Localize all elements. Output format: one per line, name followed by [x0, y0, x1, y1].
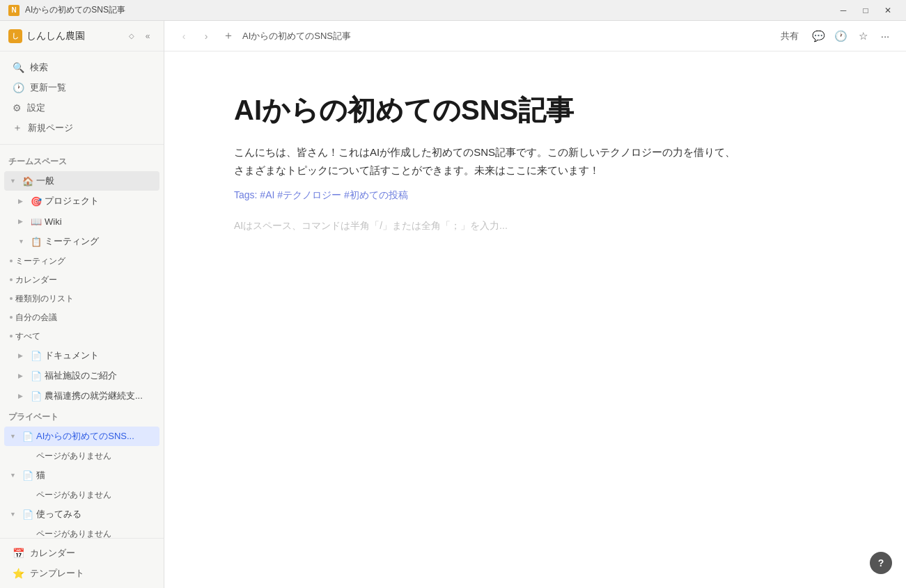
nav-updates-label: 更新一覧 — [30, 81, 66, 94]
window-title: AIからの初めてのSNS記事 — [25, 4, 834, 16]
main-content: ‹ › ＋ AIからの初めてのSNS記事 共有 💬 🕐 ☆ ··· — [164, 21, 906, 588]
search-icon: 🔍 — [13, 62, 24, 73]
more-button[interactable]: ··· — [875, 26, 895, 46]
cat-chevron-icon: ▼ — [10, 472, 19, 479]
calendar-child-label: カレンダー — [15, 274, 57, 286]
private-add-button[interactable]: ＋ — [141, 410, 155, 424]
home-icon: 🏠 — [22, 176, 33, 186]
sidebar-subitem-meetings[interactable]: ミーティング — [4, 252, 159, 270]
agricultural-icon: 📄 — [31, 391, 42, 402]
bullet-icon — [10, 316, 13, 319]
general-more-button[interactable]: ··· — [127, 175, 140, 187]
general-add-button[interactable]: ＋ — [141, 175, 154, 187]
documents-label: ドキュメント — [45, 349, 154, 362]
sidebar-item-wiki[interactable]: ▶ 📖 Wiki — [4, 212, 159, 231]
agricultural-label: 農福連携の就労継続支... — [45, 390, 154, 402]
cat-icon: 📄 — [22, 470, 33, 481]
forward-button[interactable]: › — [198, 28, 214, 45]
teamspace-more-button[interactable]: ··· — [126, 154, 140, 168]
try-chevron-icon: ▼ — [10, 511, 19, 518]
back-button[interactable]: ‹ — [175, 28, 192, 45]
settings-icon: ⚙ — [13, 102, 22, 113]
sidebar-footer: 📅 カレンダー ⭐ テンプレート — [0, 538, 164, 588]
documents-icon: 📄 — [31, 351, 42, 361]
app-icon: N — [8, 5, 19, 16]
bullet-icon — [10, 260, 13, 262]
sidebar-item-try[interactable]: ▼ 📄 使ってみる — [4, 504, 159, 524]
history-button[interactable]: 🕐 — [831, 26, 850, 46]
nav-search-label: 検索 — [30, 61, 48, 74]
share-button[interactable]: 共有 — [774, 26, 806, 46]
workspace-icon: し — [8, 29, 22, 43]
no-pages-label-2: ページがありません — [36, 489, 111, 501]
maximize-button[interactable]: □ — [856, 3, 875, 17]
nav-updates[interactable]: 🕐 更新一覧 — [4, 78, 159, 97]
favorite-button[interactable]: ☆ — [853, 26, 873, 46]
wiki-label: Wiki — [45, 216, 154, 227]
add-page-button[interactable]: ＋ — [220, 28, 237, 45]
sidebar-collapse-button[interactable]: « — [140, 29, 155, 44]
page-title[interactable]: AIからの初めてのSNS記事 — [234, 93, 836, 127]
meetings-label: ミーティング — [45, 235, 154, 248]
footer-templates[interactable]: ⭐ テンプレート — [4, 564, 159, 583]
help-button[interactable]: ? — [870, 552, 892, 574]
documents-chevron-icon: ▶ — [18, 352, 28, 359]
title-bar: N AIからの初めてのSNS記事 ─ □ ✕ — [0, 0, 906, 21]
footer-templates-label: テンプレート — [30, 567, 84, 580]
new-page-icon: ＋ — [13, 122, 22, 134]
nav-search[interactable]: 🔍 検索 — [4, 58, 159, 77]
sns-article-icon: 📄 — [22, 431, 33, 442]
nav-settings-label: 設定 — [27, 102, 45, 114]
star-icon: ☆ — [859, 30, 868, 42]
general-label: 一般 — [36, 175, 125, 187]
sidebar-item-project[interactable]: ▶ 🎯 プロジェクト — [4, 191, 159, 211]
sidebar-item-general[interactable]: ▼ 🏠 一般 ··· ＋ — [4, 171, 159, 191]
sidebar-item-cat[interactable]: ▼ 📄 猫 — [4, 466, 159, 485]
teamspace-label: チームスペース — [8, 156, 126, 168]
workspace-name: しんしん農園 — [26, 30, 126, 42]
sidebar-subitem-calendar[interactable]: カレンダー — [4, 271, 159, 289]
comment-button[interactable]: 💬 — [809, 26, 828, 46]
page-body[interactable]: こんにちは、皆さん！これはAIが作成した初めてのSNS記事です。この新しいテクノ… — [234, 143, 735, 235]
sidebar-item-welfare[interactable]: ▶ 📄 福祉施設のご紹介 — [4, 366, 159, 386]
footer-calendar-label: カレンダー — [30, 547, 75, 559]
project-label: プロジェクト — [45, 195, 154, 207]
sns-chevron-icon: ▼ — [10, 433, 19, 440]
teamspace-section-header[interactable]: チームスペース ··· ＋ — [0, 151, 164, 170]
share-label: 共有 — [781, 30, 799, 42]
workspace-header[interactable]: し しんしん農園 ◇ « — [0, 21, 164, 51]
top-bar-actions: 共有 💬 🕐 ☆ ··· — [774, 26, 895, 46]
sidebar-item-agricultural[interactable]: ▶ 📄 農福連携の就労継続支... — [4, 386, 159, 406]
sns-article-label: AIからの初めてのSNS... — [36, 430, 154, 443]
general-chevron-icon: ▼ — [10, 177, 19, 184]
wiki-chevron-icon: ▶ — [18, 218, 28, 225]
private-section-header[interactable]: プライベート ＋ — [0, 406, 164, 426]
project-icon: 🎯 — [31, 196, 42, 207]
footer-calendar[interactable]: 📅 カレンダー — [4, 543, 159, 563]
project-chevron-icon: ▶ — [18, 198, 28, 205]
breadcrumb: AIからの初めてのSNS記事 — [242, 30, 768, 42]
all-child-label: すべて — [15, 331, 40, 342]
try-no-pages: ページがありません — [4, 525, 159, 538]
editor-placeholder[interactable]: AIはスペース、コマンドは半角「/」または全角「；」を入力... — [234, 218, 735, 235]
close-button[interactable]: ✕ — [878, 3, 898, 17]
sidebar-item-documents[interactable]: ▶ 📄 ドキュメント — [4, 346, 159, 365]
teamspace-add-button[interactable]: ＋ — [141, 154, 155, 168]
sidebar-subitem-types[interactable]: 種類別のリスト — [4, 289, 159, 308]
editor-area[interactable]: AIからの初めてのSNS記事 こんにちは、皆さん！これはAIが作成した初めてのS… — [164, 51, 906, 588]
types-child-label: 種類別のリスト — [15, 293, 74, 305]
sidebar-subitem-all[interactable]: すべて — [4, 327, 159, 345]
sidebar-subitem-my-meetings[interactable]: 自分の会議 — [4, 308, 159, 326]
bullet-icon — [10, 297, 13, 300]
bullet-icon — [10, 335, 13, 337]
app-body: し しんしん農園 ◇ « 🔍 検索 🕐 更新一覧 ⚙ 設定 ＋ 新規ページ — [0, 21, 906, 588]
window-controls: ─ □ ✕ — [834, 3, 898, 17]
wiki-icon: 📖 — [31, 216, 42, 227]
minimize-button[interactable]: ─ — [834, 3, 853, 17]
sidebar-item-meetings[interactable]: ▼ 📋 ミーティング — [4, 232, 159, 251]
sidebar: し しんしん農園 ◇ « 🔍 検索 🕐 更新一覧 ⚙ 設定 ＋ 新規ページ — [0, 21, 164, 588]
cat-label: 猫 — [36, 469, 154, 482]
nav-settings[interactable]: ⚙ 設定 — [4, 98, 159, 118]
nav-new-page[interactable]: ＋ 新規ページ — [4, 118, 159, 138]
sidebar-item-sns-article[interactable]: ▼ 📄 AIからの初めてのSNS... — [4, 427, 159, 446]
